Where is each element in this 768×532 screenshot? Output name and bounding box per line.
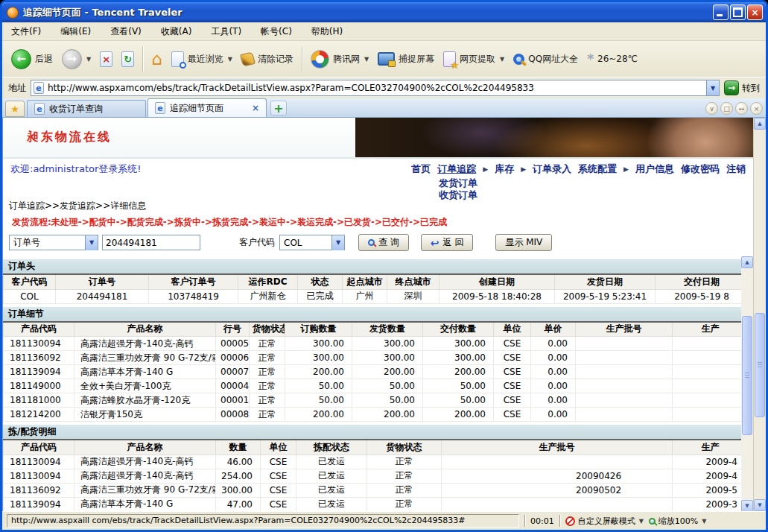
page-scroll-down-button[interactable]: ▼	[754, 499, 766, 511]
scroll-up-button[interactable]: ▲	[741, 256, 753, 268]
qq-sites-button[interactable]: QQ网址大全	[509, 51, 583, 68]
table-cell: 000010	[216, 393, 250, 408]
order-number-input[interactable]	[102, 235, 200, 250]
tencent-site-button[interactable]: 腾讯网 ▼	[306, 48, 373, 71]
inner-scrollbar[interactable]: ▲ ▼	[741, 256, 753, 511]
nav-user-info[interactable]: 用户信息	[635, 162, 674, 176]
column-header: 状态	[298, 274, 343, 289]
address-dropdown-button[interactable]: ▼	[706, 80, 719, 95]
query-button[interactable]: 查 询	[358, 234, 409, 251]
table-cell: 181181000	[4, 393, 74, 408]
forward-button[interactable]: → ▼	[57, 47, 95, 72]
column-header: 客户订单号	[149, 274, 238, 289]
page-scroll-up-button[interactable]: ▲	[754, 118, 766, 130]
table-cell: 广州新仓	[238, 289, 298, 303]
minimize-button[interactable]	[713, 4, 729, 20]
table-cell: CSE	[261, 455, 296, 469]
table-cell: 000070	[216, 365, 250, 379]
tab-label: 追踪细节页面	[170, 102, 223, 115]
tab-page-icon: e	[155, 102, 165, 114]
table-row: 181139094高露洁草本牙膏-140 G47.00CSE已发运正常2009-…	[4, 497, 742, 511]
web-extract-button[interactable]: 网页提取 ▼	[439, 49, 509, 69]
column-header: 生产批号	[576, 322, 673, 337]
zoom-control[interactable]: 缩放100% ▼	[649, 516, 707, 527]
tabbar-controls: ∨ □ ↔ ×	[705, 102, 763, 117]
nav-change-password[interactable]: 修改密码	[681, 162, 720, 176]
page-scrollbar[interactable]: ▲ ▼	[753, 118, 766, 511]
block-mode-dropdown-icon[interactable]: ▼	[639, 518, 644, 525]
tencent-dropdown-icon[interactable]: ▼	[364, 56, 369, 63]
go-button[interactable]: → 转到	[724, 80, 760, 95]
column-header: 生产批号	[442, 440, 673, 455]
nav-inventory[interactable]: 库存	[495, 162, 514, 176]
pin-button[interactable]: ↔	[735, 102, 748, 115]
column-header: 交付数量	[423, 322, 494, 337]
table-cell: 200.00	[423, 408, 494, 422]
table-cell: 181139094	[4, 497, 74, 511]
scrollbar-thumb[interactable]	[742, 316, 752, 435]
nav-logout[interactable]: 注销	[726, 162, 746, 176]
menu-favorites[interactable]: 收藏(A)	[161, 25, 192, 38]
maximize-button[interactable]	[730, 4, 746, 20]
collapse-button[interactable]: ∨	[705, 102, 718, 115]
submenu-ship-order[interactable]: 发货订单	[439, 177, 477, 189]
table-cell: CSE	[494, 393, 531, 408]
refresh-button[interactable]: ↻	[117, 49, 139, 69]
status-time: 00:01	[530, 516, 554, 526]
table-cell: 高露洁三重功效牙膏 90 G-72支/箱	[74, 351, 216, 365]
show-miv-button[interactable]: 显示 MIV	[495, 234, 552, 251]
app-icon[interactable]	[7, 7, 19, 19]
close-button[interactable]: ×	[747, 4, 763, 20]
menu-file[interactable]: 文件(F)	[11, 25, 41, 38]
restore-page-button[interactable]: □	[720, 102, 733, 115]
menu-edit[interactable]: 编辑(E)	[60, 25, 91, 38]
new-tab-button[interactable]: +	[270, 101, 287, 115]
nav-order-track[interactable]: 订单追踪	[437, 162, 476, 176]
back-button[interactable]: ← 后退	[7, 47, 57, 72]
page-scrollbar-thumb[interactable]	[755, 313, 765, 417]
home-button[interactable]: ⌂	[147, 48, 167, 70]
recent-dropdown-icon[interactable]: ▼	[228, 56, 232, 63]
table-cell: 181149000	[4, 379, 74, 393]
menu-help[interactable]: 帮助(H)	[311, 25, 343, 38]
header-row: 产品代码产品名称行号货物状态订购数量发货数量交付数量单位单价生产批号生产	[4, 322, 742, 337]
table-cell: 20090426	[442, 469, 673, 483]
submenu-receive-order[interactable]: 收货订单	[439, 189, 477, 201]
address-url[interactable]: http://www.aspxamcom/ebs/track/TrackDeta…	[48, 83, 706, 93]
status-separator	[559, 515, 560, 527]
order-type-select[interactable]: 订单号 ▼	[9, 235, 98, 250]
close-page-button[interactable]: ×	[750, 102, 763, 115]
capture-screen-button[interactable]: 捕捉屏幕	[373, 50, 439, 68]
zoom-dropdown-icon[interactable]: ▼	[702, 518, 706, 525]
column-header: 产品代码	[4, 440, 74, 455]
favorites-star-button[interactable]: ★	[5, 101, 25, 117]
menu-tools[interactable]: 工具(T)	[211, 25, 241, 38]
zoom-label: 缩放100%	[658, 516, 698, 527]
stop-button[interactable]: ×	[95, 49, 117, 69]
recent-button[interactable]: 最近浏览 ▼	[167, 49, 237, 69]
clear-history-button[interactable]: 清除记录	[237, 51, 298, 68]
table-cell: 洁银牙膏150克	[74, 408, 216, 422]
menu-account[interactable]: 帐号(C)	[261, 25, 292, 38]
return-button[interactable]: ↩ 返 回	[421, 234, 474, 251]
tab-receive-order-query[interactable]: e 收货订单查询	[27, 100, 146, 117]
block-mode-control[interactable]: 自定义屏蔽模式 ▼	[565, 516, 644, 527]
tab-close-icon[interactable]: ×	[252, 103, 259, 113]
customer-code-select[interactable]: COL ▼	[279, 235, 345, 250]
toolbar-separator	[302, 46, 302, 72]
scroll-down-button[interactable]: ▼	[741, 500, 753, 512]
table-cell	[673, 408, 742, 422]
tab-track-detail[interactable]: e 追踪细节页面 ×	[147, 98, 267, 117]
column-header: 发货数量	[352, 322, 423, 337]
nav-sys-config[interactable]: 系统配置	[578, 162, 617, 176]
extract-dropdown-icon[interactable]: ▼	[500, 56, 504, 63]
menu-view[interactable]: 查看(V)	[110, 25, 142, 38]
combo-arrow-icon: ▼	[331, 235, 344, 250]
address-input[interactable]: e http://www.aspxamcom/ebs/track/TrackDe…	[31, 80, 720, 96]
nav-home[interactable]: 首页	[411, 162, 431, 176]
column-header: 产品名称	[74, 322, 216, 337]
nav-order-entry[interactable]: 订单录入	[533, 162, 571, 176]
column-header: 交付日期	[656, 274, 742, 289]
miv-label: 显示 MIV	[505, 236, 542, 249]
forward-dropdown-icon[interactable]: ▼	[86, 56, 91, 63]
